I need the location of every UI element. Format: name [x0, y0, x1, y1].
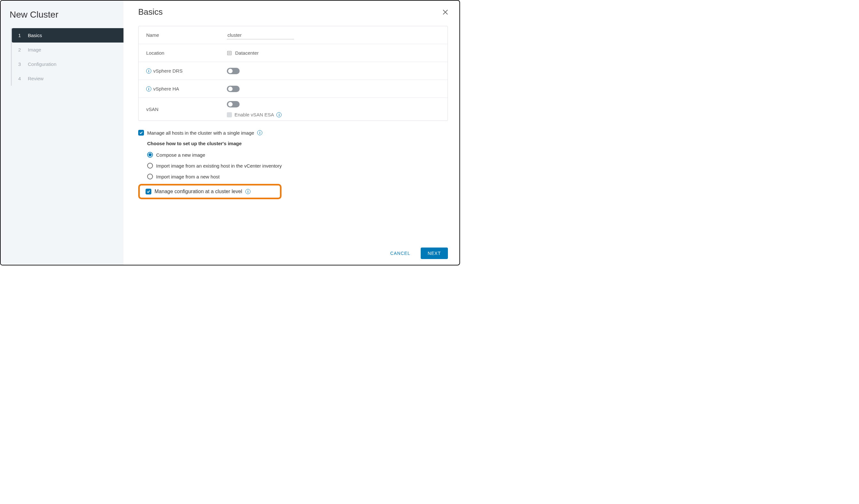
vsan-label: vSAN: [146, 107, 159, 112]
info-icon[interactable]: i: [146, 68, 151, 74]
row-drs: i vSphere DRS: [138, 62, 448, 80]
single-image-checkbox[interactable]: [138, 130, 144, 136]
step-review[interactable]: 4 Review: [12, 71, 123, 86]
step-configuration[interactable]: 3 Configuration: [12, 57, 123, 71]
info-icon[interactable]: i: [276, 112, 282, 117]
check-icon: [139, 131, 143, 135]
radio-compose-new[interactable]: Compose a new image: [147, 149, 448, 160]
vsan-esa-label: Enable vSAN ESA: [235, 112, 274, 117]
row-location: Location Datacenter: [138, 44, 448, 62]
close-icon: [442, 9, 448, 15]
main-panel: Basics Name Location Datacenter: [123, 1, 459, 265]
below-table-section: Manage all hosts in the cluster with a s…: [138, 130, 448, 199]
check-icon: [147, 190, 150, 194]
config-level-checkbox[interactable]: [146, 189, 151, 195]
ha-label: vSphere HA: [153, 86, 179, 91]
radio-button: [147, 152, 153, 158]
radio-button: [147, 174, 153, 179]
step-label: Image: [28, 47, 41, 52]
step-basics[interactable]: 1 Basics: [12, 28, 123, 43]
name-input[interactable]: [227, 31, 294, 39]
info-icon[interactable]: i: [146, 86, 151, 91]
single-image-row: Manage all hosts in the cluster with a s…: [138, 130, 448, 136]
radio-label: Compose a new image: [156, 152, 205, 158]
config-level-highlight: Manage configuration at a cluster level …: [138, 184, 282, 199]
name-label: Name: [146, 32, 227, 38]
basics-form-table: Name Location Datacenter: [138, 26, 448, 121]
radio-label: Import image from an existing host in th…: [156, 163, 282, 169]
row-name: Name: [138, 26, 448, 44]
close-button[interactable]: [441, 8, 450, 17]
wizard-steps: 1 Basics 2 Image 3 Configuration 4 Revie…: [11, 28, 123, 86]
step-image[interactable]: 2 Image: [12, 43, 123, 57]
image-setup-block: Choose how to set up the cluster's image…: [147, 141, 448, 182]
row-vsan: vSAN Enable vSAN ESA i: [138, 98, 448, 121]
config-level-label: Manage configuration at a cluster level: [154, 189, 242, 195]
radio-button: [147, 163, 153, 169]
new-cluster-dialog: New Cluster 1 Basics 2 Image 3 Configura…: [0, 0, 460, 265]
vsan-esa-row: Enable vSAN ESA i: [227, 112, 282, 117]
next-button[interactable]: NEXT: [421, 247, 448, 259]
cancel-button[interactable]: CANCEL: [386, 247, 415, 259]
choose-heading: Choose how to set up the cluster's image: [147, 141, 448, 146]
location-value: Datacenter: [227, 50, 258, 56]
wizard-sidebar: New Cluster 1 Basics 2 Image 3 Configura…: [1, 1, 123, 265]
step-number: 4: [18, 76, 23, 81]
step-number: 1: [18, 33, 23, 38]
info-icon[interactable]: i: [245, 189, 251, 194]
dialog-title: New Cluster: [1, 6, 123, 28]
step-number: 3: [18, 61, 23, 67]
vsan-toggle[interactable]: [227, 101, 240, 107]
location-text: Datacenter: [235, 50, 258, 56]
radio-import-existing[interactable]: Import image from an existing host in th…: [147, 160, 448, 171]
step-label: Configuration: [28, 61, 56, 67]
page-title: Basics: [138, 7, 448, 17]
radio-import-new[interactable]: Import image from a new host: [147, 171, 448, 182]
info-icon[interactable]: i: [257, 130, 262, 135]
ha-toggle[interactable]: [227, 86, 240, 92]
location-label: Location: [146, 50, 227, 56]
row-ha: i vSphere HA: [138, 80, 448, 98]
dialog-footer: CANCEL NEXT: [386, 247, 448, 259]
single-image-label: Manage all hosts in the cluster with a s…: [147, 130, 254, 136]
datacenter-icon: [227, 50, 232, 56]
step-number: 2: [18, 47, 23, 52]
radio-label: Import image from a new host: [156, 174, 220, 179]
step-label: Review: [28, 76, 44, 81]
vsan-esa-checkbox[interactable]: [227, 112, 232, 117]
step-label: Basics: [28, 33, 42, 38]
drs-toggle[interactable]: [227, 68, 240, 74]
drs-label: vSphere DRS: [153, 68, 183, 74]
